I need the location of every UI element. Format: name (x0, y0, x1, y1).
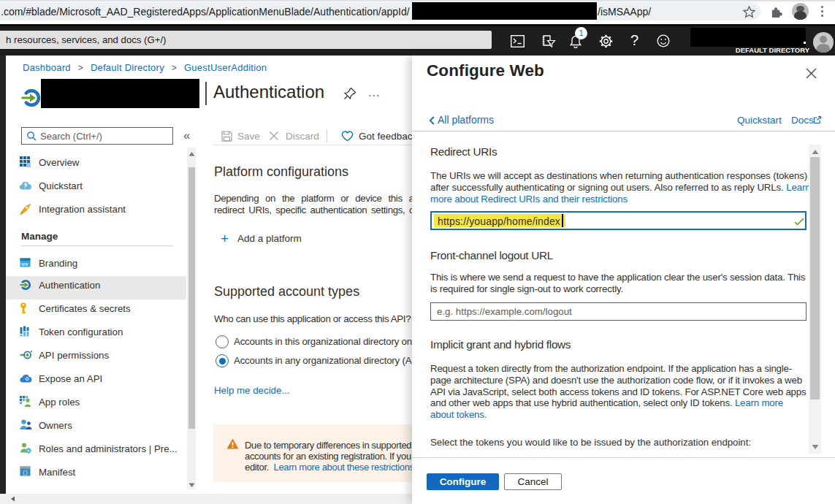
svg-text:{}: {} (22, 470, 28, 476)
svg-text:ww: ww (20, 261, 28, 267)
